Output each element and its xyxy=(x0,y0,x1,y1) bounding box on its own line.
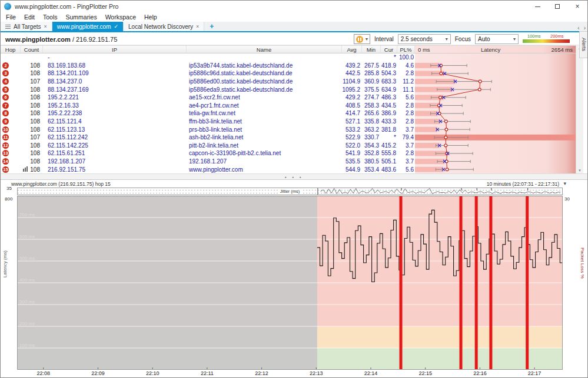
tab-label: www.pingplotter.com xyxy=(57,24,111,30)
hop-ip: 195.2.22.238 xyxy=(43,109,187,118)
hop-avg: 541.9 xyxy=(342,149,362,158)
timeline-range[interactable]: 10 minutes (22:07:31 - 22:17:31) xyxy=(487,181,559,187)
hop-name: ip5886ed00.static.kabel-deutschland.de xyxy=(187,78,342,86)
menu-workspace[interactable]: Workspace xyxy=(101,14,140,21)
jitter-label: Jitter (ms) xyxy=(278,188,301,195)
menu-tools[interactable]: Tools xyxy=(39,14,62,21)
hop-name: ip5886eda9.static.kabel-deutschland.de xyxy=(187,85,342,93)
hop-cell xyxy=(1,53,21,62)
hop-min: 335.8 xyxy=(362,118,381,126)
hop-number-badge: 10 xyxy=(2,126,9,133)
time-label: 22:15 xyxy=(418,370,432,376)
count-cell: 108 xyxy=(21,109,43,118)
column-header-cur[interactable]: Cur xyxy=(381,46,397,53)
table-scrollbar[interactable]: ▲ ▼ xyxy=(576,45,583,173)
new-tab-button[interactable]: + xyxy=(204,22,219,31)
timeline-plot-svg: 700 ms600 ms500 ms400 ms300 ms200 ms100 … xyxy=(17,196,563,370)
tab-all-targets[interactable]: All Targets× xyxy=(1,22,52,31)
menubar: FileEditToolsSummariesWorkspaceHelp xyxy=(1,12,587,22)
hop-packet-loss: 5.6 xyxy=(397,165,415,173)
table-row[interactable]: 1310862.115.61.251capcon-ic-331908-pitt-… xyxy=(1,149,576,158)
timeline-plot[interactable]: 700 ms600 ms500 ms400 ms300 ms200 ms100 … xyxy=(17,196,563,370)
tab-local-network-discovery[interactable]: Local Network Discovery× xyxy=(124,22,204,31)
time-axis: 22:0822:0922:1022:1122:1222:1322:1422:15… xyxy=(1,370,587,378)
hop-number-badge: 7 xyxy=(2,102,9,109)
focus-select[interactable]: Auto ▾ xyxy=(475,34,519,44)
time-label: 22:08 xyxy=(37,370,51,376)
hop-packet-loss: 100.0 xyxy=(397,53,415,62)
chevron-down-icon[interactable]: ▾ xyxy=(366,36,368,42)
hop-cur: 683.3 xyxy=(381,78,397,86)
tab-www-pingplotter-com[interactable]: www.pingplotter.com✓ xyxy=(52,22,124,31)
hop-number-badge: 5 xyxy=(2,86,9,93)
interval-select[interactable]: 2.5 seconds ▾ xyxy=(398,34,451,44)
hop-cur: 415.2 xyxy=(381,142,397,150)
menu-summaries[interactable]: Summaries xyxy=(62,14,101,21)
hop-number-badge: 8 xyxy=(2,110,9,116)
menu-file[interactable]: File xyxy=(2,14,20,21)
minimize-button[interactable] xyxy=(527,1,547,12)
svg-text:500 ms: 500 ms xyxy=(19,256,35,261)
column-header-ip[interactable]: IP xyxy=(43,46,187,53)
column-header-count[interactable]: Count xyxy=(21,46,43,53)
column-header-min[interactable]: Min xyxy=(362,46,381,53)
count-cell: 108 xyxy=(21,158,43,166)
hop-latency-cell xyxy=(415,133,576,142)
column-header-name[interactable]: Name xyxy=(187,46,342,53)
count-cell xyxy=(21,53,43,62)
hop-ip: 195.2.2.221 xyxy=(43,93,187,102)
maximize-button[interactable] xyxy=(547,1,567,12)
hop-number-badge: 12 xyxy=(2,142,9,149)
menu-edit[interactable]: Edit xyxy=(20,14,39,21)
hop-cur: 505.1 xyxy=(381,158,397,166)
hop-packet-loss: 5.6 xyxy=(397,93,415,102)
hop-ip: 88.134.237.0 xyxy=(43,78,187,86)
hop-cell: 7 xyxy=(1,102,21,110)
hop-name: ip53a9b744.static.kabel-deutschland.de xyxy=(187,62,342,70)
pause-button[interactable]: ▾ xyxy=(354,34,370,44)
hop-min: 330.7 xyxy=(362,133,381,142)
table-row[interactable]: 510888.134.237.169ip5886eda9.static.kabe… xyxy=(1,85,576,93)
tab-nav-right-icon[interactable]: › xyxy=(584,25,586,31)
table-row[interactable]: 1110762.115.112.242ash-bb2-link.telia.ne… xyxy=(1,133,576,142)
hop-min: 258.3 xyxy=(362,102,381,110)
table-row[interactable]: 15108216.92.151.75www.pingplotter.com544… xyxy=(1,165,576,173)
minimize-icon xyxy=(535,6,540,7)
table-row[interactable]: 210883.169.183.68ip53a9b744.static.kabel… xyxy=(1,62,576,70)
table-row[interactable]: 14108192.168.1.207192.168.1.207535.5380.… xyxy=(1,158,576,166)
hop-name xyxy=(187,53,342,62)
menu-help[interactable]: Help xyxy=(140,14,161,21)
table-row[interactable]: 410788.134.237.0ip5886ed00.static.kabel-… xyxy=(1,78,576,86)
latency-color-legend: 100ms 200ms xyxy=(523,34,571,44)
hop-avg: 414.7 xyxy=(342,109,362,118)
tab-nav-left-icon[interactable]: ‹ xyxy=(577,25,579,31)
hop-packet-loss: 3.7 xyxy=(397,142,415,150)
close-button[interactable]: × xyxy=(567,1,587,12)
latency-scale-min: 0 ms xyxy=(418,46,430,53)
table-row[interactable]: 6108195.2.2.221ae15-xcr2.fri.cw.net429.2… xyxy=(1,93,576,102)
table-row[interactable]: 910862.115.121.4ffm-bb3-link.telia.net52… xyxy=(1,118,576,126)
table-row[interactable]: 7108195.2.16.33ae4-pcr1.fnt.cw.net408.52… xyxy=(1,102,576,110)
hop-cur: 418.9 xyxy=(381,62,397,70)
alerts-side-tab[interactable]: Alerts xyxy=(579,31,587,58)
column-header-pl[interactable]: PL% xyxy=(397,46,415,53)
scroll-down-icon[interactable]: ▼ xyxy=(578,169,582,172)
list-icon xyxy=(5,25,11,29)
hop-cur: 381.8 xyxy=(381,125,397,133)
table-row[interactable]: 310888.134.201.109ip5886c96d.static.kabe… xyxy=(1,69,576,78)
table-row[interactable]: 8108195.2.22.238telia-gw.fnt.cw.net414.7… xyxy=(1,109,576,118)
chevron-down-icon[interactable]: ▾ xyxy=(563,180,566,186)
pane-splitter[interactable]: ● ● ● xyxy=(1,173,587,180)
hop-min: 380.5 xyxy=(362,158,381,166)
column-header-avg[interactable]: Avg xyxy=(342,46,362,53)
table-row[interactable]: 1010862.115.123.13prs-bb3-link.telia.net… xyxy=(1,125,576,133)
hop-packet-loss: 4.6 xyxy=(397,62,415,70)
hop-ip: 62.115.142.225 xyxy=(43,142,187,150)
table-row[interactable]: -*100.0 xyxy=(1,53,576,62)
count-cell: 108 xyxy=(21,149,43,158)
column-header-hop[interactable]: Hop xyxy=(1,46,21,53)
close-icon[interactable]: × xyxy=(44,24,47,29)
hop-ip: 62.115.123.13 xyxy=(43,125,187,133)
close-icon[interactable]: × xyxy=(196,24,199,29)
table-row[interactable]: 1210862.115.142.225pitt-b2-link.telia.ne… xyxy=(1,142,576,150)
